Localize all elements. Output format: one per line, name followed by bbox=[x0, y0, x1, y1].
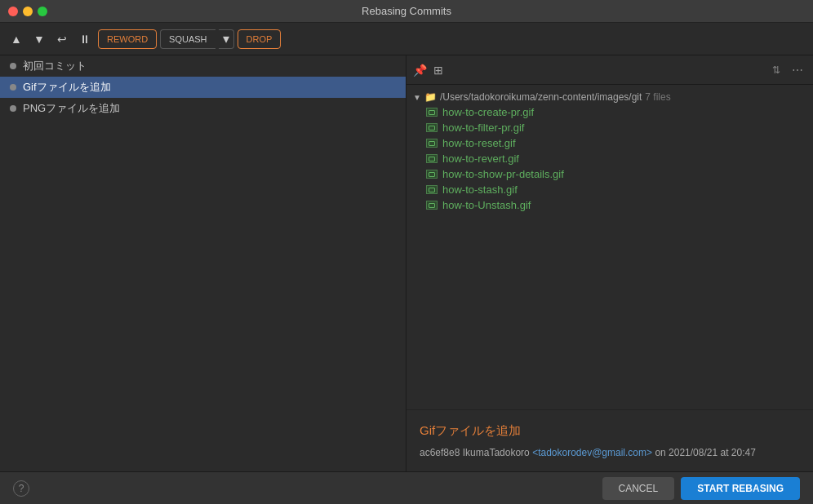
folder-row: ▼ 📁 /Users/tadokoroikuma/zenn-content/im… bbox=[406, 90, 813, 104]
commit-meta: ac6ef8e8 IkumaTadokoro <tadokorodev@gmai… bbox=[420, 447, 800, 458]
commit-detail: Gifファイルを追加 ac6ef8e8 IkumaTadokoro <tadok… bbox=[406, 409, 813, 471]
file-name-2: how-to-reset.gif bbox=[442, 137, 516, 149]
image-file-icon bbox=[426, 139, 438, 148]
commit-dot bbox=[10, 105, 16, 112]
commit-author: IkumaTadokoro bbox=[463, 447, 530, 458]
file-row-4[interactable]: how-to-show-pr-details.gif bbox=[406, 166, 813, 182]
file-row-5[interactable]: how-to-stash.gif bbox=[406, 182, 813, 197]
undo-button[interactable]: ↩ bbox=[52, 29, 72, 49]
chevron-down-icon: ▼ bbox=[413, 93, 421, 102]
image-file-icon bbox=[426, 170, 438, 179]
file-row-3[interactable]: how-to-revert.gif bbox=[406, 151, 813, 166]
grid-icon: ⊞ bbox=[433, 64, 443, 77]
commit-email: <tadokorodev@gmail.com> bbox=[532, 447, 652, 458]
right-toolbar-right: ⇅ ⋯ bbox=[767, 61, 806, 79]
image-file-icon bbox=[426, 185, 438, 194]
main-content: 初回コミット Gifファイルを追加 PNGファイルを追加 📌 ⊞ ⇅ ⋯ bbox=[0, 55, 813, 471]
start-rebasing-button[interactable]: START REBASING bbox=[681, 477, 800, 500]
right-toolbar-left: 📌 ⊞ bbox=[413, 64, 443, 77]
commit-label-2: PNGファイルを追加 bbox=[23, 101, 120, 116]
squash-button[interactable]: SQUASH bbox=[160, 29, 215, 49]
commit-dot bbox=[10, 63, 16, 69]
window-title: Rebasing Commits bbox=[362, 5, 451, 17]
right-panel: 📌 ⊞ ⇅ ⋯ ▼ 📁 /Users/tadokoroikuma/zenn-co… bbox=[406, 55, 813, 471]
move-up-button[interactable]: ▲ bbox=[7, 29, 26, 49]
commit-list: 初回コミット Gifファイルを追加 PNGファイルを追加 bbox=[0, 55, 406, 471]
commit-item-0[interactable]: 初回コミット bbox=[0, 55, 406, 77]
bottom-bar: ? CANCEL START REBASING bbox=[0, 471, 813, 504]
file-row-6[interactable]: how-to-Unstash.gif bbox=[406, 197, 813, 213]
commit-date: on 2021/08/21 at 20:47 bbox=[655, 447, 755, 458]
move-down-button[interactable]: ▼ bbox=[29, 29, 49, 49]
right-panel-toolbar: 📌 ⊞ ⇅ ⋯ bbox=[406, 55, 813, 85]
sort-button[interactable]: ⇅ bbox=[767, 61, 785, 79]
commit-item-1[interactable]: Gifファイルを追加 bbox=[0, 77, 406, 98]
squash-dropdown[interactable]: ▾ bbox=[219, 29, 234, 49]
image-file-icon bbox=[426, 108, 438, 117]
folder-path: /Users/tadokoroikuma/zenn-content/images… bbox=[440, 91, 642, 103]
file-row-0[interactable]: how-to-create-pr.gif bbox=[406, 104, 813, 120]
pin-icon: 📌 bbox=[413, 64, 427, 77]
image-file-icon bbox=[426, 123, 438, 132]
help-section: ? bbox=[13, 480, 29, 497]
traffic-lights bbox=[8, 7, 47, 16]
file-count: 7 files bbox=[645, 91, 670, 103]
commit-label-0: 初回コミット bbox=[23, 59, 87, 73]
file-name-0: how-to-create-pr.gif bbox=[442, 106, 534, 118]
cancel-button[interactable]: CANCEL bbox=[602, 477, 675, 500]
file-tree: ▼ 📁 /Users/tadokoroikuma/zenn-content/im… bbox=[406, 85, 813, 248]
commit-item-2[interactable]: PNGファイルを追加 bbox=[0, 98, 406, 119]
main-toolbar: ▲ ▼ ↩ ⏸ REWORD SQUASH ▾ DROP bbox=[0, 23, 813, 55]
file-name-4: how-to-show-pr-details.gif bbox=[442, 168, 564, 180]
minimize-button[interactable] bbox=[23, 7, 33, 16]
file-name-3: how-to-revert.gif bbox=[442, 153, 519, 165]
title-bar: Rebasing Commits bbox=[0, 0, 813, 23]
commit-message: Gifファイルを追加 bbox=[420, 423, 800, 439]
file-name-1: how-to-filter-pr.gif bbox=[442, 122, 524, 134]
file-name-5: how-to-stash.gif bbox=[442, 183, 518, 196]
more-options-button[interactable]: ⋯ bbox=[789, 61, 806, 79]
help-button[interactable]: ? bbox=[13, 480, 29, 497]
maximize-button[interactable] bbox=[38, 7, 47, 16]
file-row-1[interactable]: how-to-filter-pr.gif bbox=[406, 120, 813, 135]
commit-hash: ac6ef8e8 bbox=[420, 447, 460, 458]
folder-icon: 📁 bbox=[424, 91, 437, 103]
commit-label-1: Gifファイルを追加 bbox=[23, 80, 111, 95]
commit-dot bbox=[10, 84, 16, 91]
image-file-icon bbox=[426, 154, 438, 163]
image-file-icon bbox=[426, 201, 438, 210]
file-name-6: how-to-Unstash.gif bbox=[442, 199, 531, 211]
file-row-2[interactable]: how-to-reset.gif bbox=[406, 135, 813, 151]
reword-button[interactable]: REWORD bbox=[98, 29, 157, 49]
close-button[interactable] bbox=[8, 7, 18, 16]
pause-button[interactable]: ⏸ bbox=[75, 29, 95, 49]
drop-button[interactable]: DROP bbox=[238, 29, 282, 49]
